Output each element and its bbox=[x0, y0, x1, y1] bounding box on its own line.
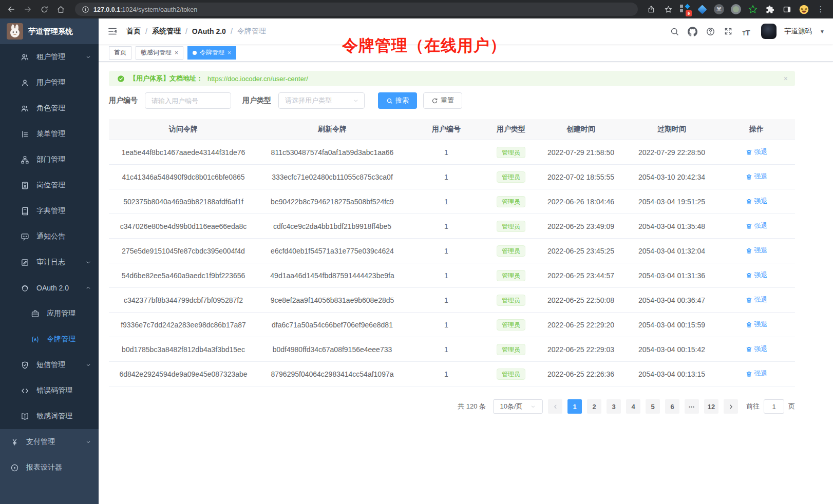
next-page-button[interactable] bbox=[724, 399, 738, 414]
user-type-badge: 管理员 bbox=[497, 369, 525, 380]
column-header: 刷新令牌 bbox=[258, 125, 407, 134]
reload-icon[interactable] bbox=[37, 2, 51, 16]
back-icon[interactable] bbox=[4, 2, 18, 16]
extensions-puzzle-icon[interactable] bbox=[764, 3, 776, 15]
sidebar-item-审计日志[interactable]: 审计日志 bbox=[0, 249, 99, 275]
sidebar-item-岗位管理[interactable]: 岗位管理 bbox=[0, 172, 99, 198]
force-logout-button[interactable]: 强退 bbox=[746, 320, 768, 329]
token-table: 访问令牌刷新令牌用户编号用户类型创建时间过期时间操作 1ea5e44f8bc14… bbox=[109, 119, 795, 386]
user-type-cell: 管理员 bbox=[486, 245, 536, 257]
extension-grid-glyph: 9 bbox=[680, 4, 690, 14]
refresh-token-cell: e6cfd40eb1f54571a31e775e039c4624 bbox=[258, 247, 407, 255]
created-time-cell: 2022-06-25 23:45:25 bbox=[536, 247, 626, 255]
force-logout-button[interactable]: 强退 bbox=[746, 147, 768, 157]
chevron-down-icon bbox=[353, 98, 359, 104]
extension-grid-icon[interactable]: 9 bbox=[679, 3, 691, 15]
sidebar-item-支付管理[interactable]: 支付管理 bbox=[0, 429, 99, 455]
created-time-cell: 2022-07-29 21:58:50 bbox=[536, 148, 626, 157]
report-icon bbox=[10, 463, 19, 472]
extension-command-icon[interactable]: ⌘ bbox=[713, 3, 725, 15]
trash-icon bbox=[746, 272, 752, 279]
reset-button[interactable]: 重置 bbox=[423, 92, 462, 109]
access-token-cell: 41c41346a548490f9dc8b01c6bfe0865 bbox=[109, 173, 258, 181]
search-button[interactable]: 搜索 bbox=[378, 92, 417, 109]
sidebar-item-label: 用户管理 bbox=[36, 78, 65, 87]
total-count: 共 120 条 bbox=[458, 402, 486, 411]
hamburger-icon[interactable] bbox=[107, 26, 118, 37]
page-button-6[interactable]: 6 bbox=[665, 399, 679, 414]
help-icon[interactable] bbox=[705, 26, 715, 36]
prev-page-button[interactable] bbox=[548, 399, 562, 414]
alert-close-icon[interactable]: × bbox=[784, 74, 788, 83]
extension-diamond-icon[interactable] bbox=[696, 3, 708, 15]
force-logout-button[interactable]: 强退 bbox=[746, 295, 768, 304]
sidebar-item-菜单管理[interactable]: 菜单管理 bbox=[0, 121, 99, 147]
page-button-2[interactable]: 2 bbox=[587, 399, 601, 414]
username[interactable]: 芋道源码 bbox=[784, 27, 812, 36]
page-button-4[interactable]: 4 bbox=[626, 399, 640, 414]
sidebar-item-令牌管理[interactable]: 令牌管理 bbox=[0, 326, 99, 352]
sidebar-item-角色管理[interactable]: 角色管理 bbox=[0, 95, 99, 121]
breadcrumb-item[interactable]: 首页 bbox=[126, 27, 141, 36]
share-icon[interactable] bbox=[645, 3, 657, 15]
sidebar-item-字典管理[interactable]: 字典管理 bbox=[0, 198, 99, 224]
sidebar-item-错误码管理[interactable]: 错误码管理 bbox=[0, 378, 99, 403]
access-token-cell: 6d842e2924594de9a09e45e087323abe bbox=[109, 370, 258, 378]
force-logout-button[interactable]: 强退 bbox=[746, 246, 768, 255]
tab-令牌管理[interactable]: 令牌管理× bbox=[187, 46, 236, 60]
sidebar-item-通知公告[interactable]: 通知公告 bbox=[0, 224, 99, 249]
page-button-3[interactable]: 3 bbox=[607, 399, 621, 414]
tab-敏感词管理[interactable]: 敏感词管理× bbox=[136, 46, 183, 60]
github-icon[interactable] bbox=[687, 26, 697, 36]
extension-green-star-icon[interactable] bbox=[747, 3, 759, 15]
side-panel-icon[interactable] bbox=[781, 3, 793, 15]
sidebar-item-OAuth 2.0[interactable]: OAuth 2.0 bbox=[0, 275, 99, 301]
user-type-cell: 管理员 bbox=[486, 369, 536, 380]
extension-circle-icon[interactable] bbox=[730, 3, 742, 15]
chevron-down-icon[interactable]: ▼ bbox=[820, 29, 825, 34]
sidebar-item-部门管理[interactable]: 部门管理 bbox=[0, 147, 99, 172]
search-icon[interactable] bbox=[669, 26, 679, 36]
more-pages-button[interactable]: ••• bbox=[685, 399, 699, 414]
sidebar-item-短信管理[interactable]: 短信管理 bbox=[0, 352, 99, 378]
close-icon[interactable]: × bbox=[228, 50, 231, 56]
forward-icon[interactable] bbox=[21, 2, 35, 16]
sidebar-item-应用管理[interactable]: 应用管理 bbox=[0, 301, 99, 326]
sidebar-item-报表设计器[interactable]: 报表设计器 bbox=[0, 455, 99, 480]
user-type-badge: 管理员 bbox=[497, 147, 525, 158]
sidebar-item-敏感词管理[interactable]: 敏感词管理 bbox=[0, 403, 99, 429]
force-logout-button[interactable]: 强退 bbox=[746, 172, 768, 181]
browser-menu-icon[interactable]: ⋮ bbox=[815, 3, 827, 15]
force-logout-button[interactable]: 强退 bbox=[746, 270, 768, 280]
breadcrumb-item[interactable]: 系统管理 bbox=[152, 27, 181, 36]
force-logout-button[interactable]: 强退 bbox=[746, 197, 768, 206]
home-icon[interactable] bbox=[53, 2, 68, 16]
profile-emoji-icon[interactable] bbox=[798, 3, 810, 15]
refresh-token-cell: 49d1aa46d1454fbd87591444423be9fa bbox=[258, 272, 407, 280]
bookmark-star-icon[interactable] bbox=[662, 3, 674, 15]
table-row: 275e5de9151045fe87cbdc395e004f4de6cfd40e… bbox=[109, 238, 795, 263]
tab-首页[interactable]: 首页 bbox=[109, 46, 131, 60]
user-type-select[interactable]: 请选择用户类型 bbox=[278, 92, 365, 109]
force-logout-button[interactable]: 强退 bbox=[746, 369, 768, 378]
user-id-input[interactable] bbox=[145, 92, 231, 109]
page-button-1[interactable]: 1 bbox=[567, 399, 582, 414]
close-icon[interactable]: × bbox=[175, 50, 178, 56]
url-bar[interactable]: 127.0.0.1:1024/system/oauth2/token bbox=[75, 3, 638, 16]
page-button-5[interactable]: 5 bbox=[646, 399, 660, 414]
user-avatar[interactable] bbox=[761, 24, 777, 39]
alert-doc-link[interactable]: https://doc.iocoder.cn/user-center/ bbox=[207, 75, 308, 83]
breadcrumb-item[interactable]: OAuth 2.0 bbox=[192, 27, 226, 35]
force-logout-button[interactable]: 强退 bbox=[746, 221, 768, 230]
fullscreen-icon[interactable] bbox=[723, 26, 733, 36]
force-logout-button[interactable]: 强退 bbox=[746, 344, 768, 354]
font-size-icon[interactable]: TT bbox=[741, 26, 751, 36]
goto-page-input[interactable] bbox=[764, 399, 784, 414]
sidebar-item-label: 错误码管理 bbox=[36, 386, 72, 395]
sidebar-item-用户管理[interactable]: 用户管理 bbox=[0, 70, 99, 95]
app-logo[interactable]: 芋道管理系统 bbox=[0, 18, 99, 44]
sidebar-item-租户管理[interactable]: 租户管理 bbox=[0, 44, 99, 70]
page-button-12[interactable]: 12 bbox=[704, 399, 718, 414]
page-size-select[interactable]: 10条/页 bbox=[493, 399, 543, 414]
site-info-icon[interactable] bbox=[81, 5, 89, 13]
